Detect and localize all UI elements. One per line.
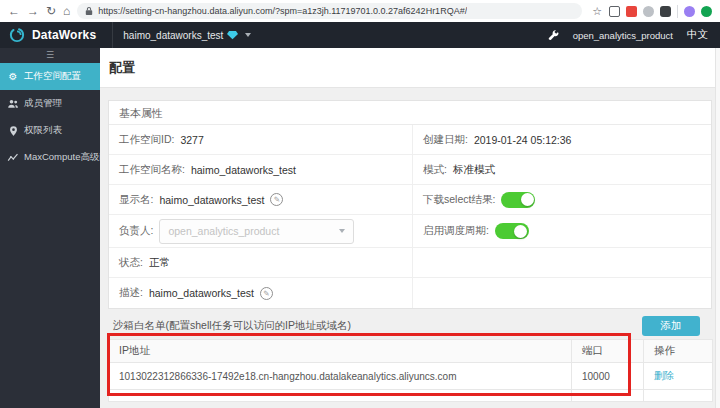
field-label: 显示名: (119, 193, 153, 207)
column-header-ip: IP地址 (109, 340, 572, 363)
display-name-field: 显示名: haimo_dataworks_test ✎ (109, 185, 413, 215)
brand-title: DataWorks (32, 28, 96, 42)
field-label: 负责人: (119, 224, 153, 238)
column-header-port: 端口 (572, 340, 644, 363)
column-header-action: 操作 (644, 340, 713, 363)
chevron-down-icon (245, 33, 251, 37)
property-row: 负责人: open_analytics_product 启用调度周期: (109, 215, 711, 248)
schedule-cycle-toggle[interactable] (495, 223, 529, 239)
field-label: 描述: (119, 286, 143, 300)
field-value: haimo_dataworks_test (159, 194, 264, 206)
basic-properties-card: 基本属性 工作空间ID: 3277 创建日期: 2019-01-24 05:12… (108, 100, 712, 309)
description-field: 描述: haimo_dataworks_test ✎ (109, 278, 413, 308)
screen: ← → ↻ ⌂ https://setting-cn-hangzhou.data… (0, 0, 720, 408)
back-icon[interactable]: ← (8, 5, 20, 17)
sidebar-item-members[interactable]: 成员管理 (0, 90, 100, 117)
owner-select-value: open_analytics_product (168, 225, 279, 237)
forward-icon[interactable]: → (27, 5, 39, 17)
port-cell: 10000 (572, 363, 644, 390)
table-row: 1013022312866336-17492e18.cn-hangzhou.da… (109, 363, 713, 390)
wrench-icon[interactable] (548, 30, 559, 41)
field-value: 标准模式 (453, 163, 495, 177)
empty-cell (413, 248, 711, 278)
chevron-down-icon (339, 229, 345, 233)
whitelist-table: IP地址 端口 操作 1013022312866336-17492e18.cn-… (108, 339, 713, 402)
sidebar-item-maxcompute-config[interactable]: MaxCompute高级配置 (0, 144, 100, 171)
sidebar-item-label: 工作空间配置 (24, 70, 81, 83)
sidebar-item-label: 成员管理 (24, 97, 62, 110)
table-spacer-row (109, 390, 713, 402)
workspace-selector[interactable]: haimo_dataworks_test (112, 22, 261, 48)
field-label: 创建日期: (423, 133, 468, 147)
extension-shield-icon[interactable] (660, 6, 671, 17)
field-label: 工作空间ID: (119, 133, 174, 147)
sidebar-item-permissions[interactable]: 权限列表 (0, 117, 100, 144)
address-bar[interactable]: https://setting-cn-hangzhou.data.aliyun.… (77, 3, 582, 19)
add-button[interactable]: 添加 (642, 316, 700, 336)
extension-red-icon[interactable] (626, 6, 637, 17)
field-value: haimo_dataworks_test (149, 287, 254, 299)
scrollbar[interactable] (715, 48, 720, 408)
toolbar-divider (677, 5, 678, 18)
property-row: 工作空间ID: 3277 创建日期: 2019-01-24 05:12:36 (109, 125, 711, 155)
status-value: 正常 (149, 256, 170, 270)
basic-properties-title: 基本属性 (109, 101, 711, 125)
sidebar-item-label: 权限列表 (24, 124, 62, 137)
property-row: 显示名: haimo_dataworks_test ✎ 下载select结果: (109, 185, 711, 215)
owner-select[interactable]: open_analytics_product (159, 219, 354, 244)
sidebar: ☰ ⚙ 工作空间配置 成员管理 权限列表 MaxCompute高级配置 (0, 48, 100, 408)
reload-icon[interactable]: ↻ (46, 5, 56, 17)
field-value: haimo_dataworks_test (191, 164, 296, 176)
sidebar-item-workspace-config[interactable]: ⚙ 工作空间配置 (0, 63, 100, 90)
status-field: 状态: 正常 (109, 248, 413, 278)
property-row: 工作空间名称: haimo_dataworks_test 模式: 标准模式 (109, 155, 711, 185)
download-select-toggle[interactable] (501, 192, 535, 208)
page-title-bar: 配置 (100, 48, 720, 88)
empty-cell (413, 278, 711, 308)
bookmark-star-icon[interactable]: ☆ (592, 5, 602, 18)
edit-icon[interactable]: ✎ (260, 287, 273, 300)
account-name[interactable]: open_analytics_product (573, 30, 673, 41)
users-icon (7, 98, 19, 110)
home-icon[interactable]: ⌂ (63, 5, 70, 17)
app-header: DataWorks haimo_dataworks_test open_anal… (0, 22, 720, 48)
ip-cell: 1013022312866336-17492e18.cn-hangzhou.da… (109, 363, 572, 390)
page-title: 配置 (109, 59, 135, 77)
field-value: 2019-01-24 05:12:36 (474, 134, 572, 146)
delete-link[interactable]: 删除 (654, 370, 674, 381)
mode-field: 模式: 标准模式 (413, 155, 711, 185)
sandbox-section-title: 沙箱白名单(配置shell任务可以访问的IP地址或域名) (113, 319, 351, 333)
main-content: 配置 基本属性 工作空间ID: 3277 创建日期: 2019-01-24 05… (100, 48, 720, 408)
sandbox-section-header: 沙箱白名单(配置shell任务可以访问的IP地址或域名) 添加 (108, 314, 712, 337)
property-row: 状态: 正常 (109, 248, 711, 278)
browser-toolbar: ← → ↻ ⌂ https://setting-cn-hangzhou.data… (0, 0, 720, 22)
download-select-field: 下载select结果: (413, 185, 711, 215)
dataworks-logo-icon (8, 26, 26, 44)
language-switch[interactable]: 中文 (687, 28, 708, 42)
edit-icon[interactable]: ✎ (270, 193, 283, 206)
field-label: 工作空间名称: (119, 163, 185, 177)
pin-icon (7, 125, 19, 137)
header-right: open_analytics_product 中文 (548, 28, 720, 42)
owner-field: 负责人: open_analytics_product (109, 215, 413, 248)
schedule-cycle-field: 启用调度周期: (413, 215, 711, 248)
workspace-name-field: 工作空间名称: haimo_dataworks_test (109, 155, 413, 185)
workspace-name: haimo_dataworks_test (123, 30, 223, 41)
extensions-area (609, 5, 712, 18)
update-icon[interactable] (701, 6, 712, 17)
profile-avatar-icon[interactable] (684, 6, 695, 17)
sidebar-collapse-icon[interactable]: ☰ (0, 48, 100, 63)
url-text: https://setting-cn-hangzhou.data.aliyun.… (98, 6, 467, 16)
action-cell: 删除 (644, 363, 713, 390)
extension-qr-icon[interactable] (609, 6, 620, 17)
table-header-row: IP地址 端口 操作 (109, 340, 713, 363)
gear-icon: ⚙ (7, 71, 19, 82)
field-label: 模式: (423, 163, 447, 177)
created-date-field: 创建日期: 2019-01-24 05:12:36 (413, 125, 711, 155)
field-label: 启用调度周期: (423, 224, 489, 238)
chart-icon (7, 152, 19, 163)
extension-gray-icon[interactable] (643, 6, 654, 17)
field-label: 下载select结果: (423, 193, 495, 207)
property-row: 描述: haimo_dataworks_test ✎ (109, 278, 711, 308)
workspace-id-field: 工作空间ID: 3277 (109, 125, 413, 155)
